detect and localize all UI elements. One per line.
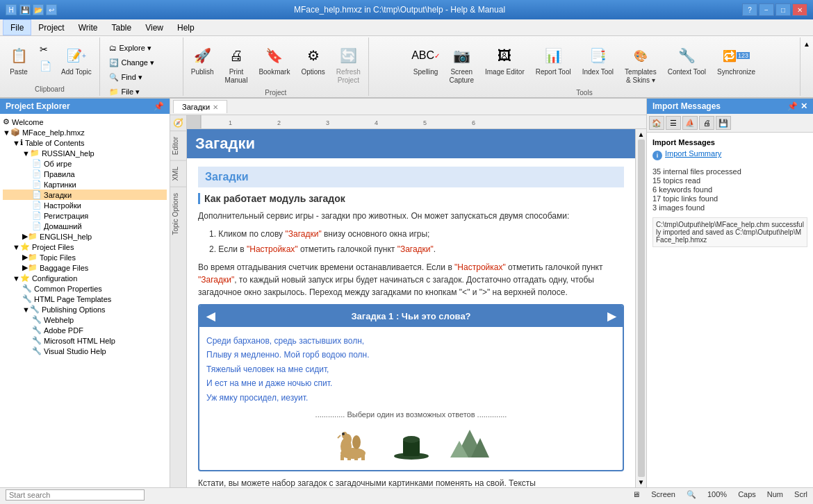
index-tool-button[interactable]: 📑 Index Tool xyxy=(577,42,618,79)
cut-button[interactable]: ✂ xyxy=(36,42,55,57)
sidebar-item-english[interactable]: ▶ 📁 ENGLISH_help xyxy=(3,231,167,242)
prev-puzzle-btn[interactable]: ◀ xyxy=(206,310,215,323)
sidebar-item-registraciya[interactable]: 📄 Регистрация xyxy=(3,210,167,221)
menu-table[interactable]: Table xyxy=(104,19,138,35)
import-pin-icon[interactable]: 📌 xyxy=(787,101,798,111)
context-tool-button[interactable]: 🔧 Context Tool xyxy=(663,42,711,79)
puzzle-image-hat[interactable] xyxy=(389,426,434,460)
import-save-btn[interactable]: 💾 xyxy=(716,116,731,130)
sidebar-item-ob-igre[interactable]: 📄 Об игре xyxy=(3,158,167,169)
puzzle-image-mountains[interactable] xyxy=(447,426,492,460)
puzzle-image-camel[interactable] xyxy=(331,426,375,460)
sidebar-item-pravila[interactable]: 📄 Правила xyxy=(3,169,167,179)
spelling-button[interactable]: ABC✓ Spelling xyxy=(409,42,443,79)
file-button[interactable]: 📁 File ▾ xyxy=(106,85,143,99)
templates-skins-button[interactable]: 🎨 Templates& Skins ▾ xyxy=(620,42,662,87)
sidebar-item-common-props[interactable]: 🔧 Common Properties xyxy=(3,283,167,294)
scroll-thumb[interactable] xyxy=(638,140,645,477)
quick-access-open[interactable]: 📂 xyxy=(33,4,44,15)
sidebar-item-russian[interactable]: ▼ 📁 RUSSIAN_help xyxy=(3,148,167,158)
add-topic-button[interactable]: 📝+ Add Topic xyxy=(56,42,97,79)
menu-write[interactable]: Write xyxy=(72,19,105,35)
sidebar-item-webhelp[interactable]: 🔧 Webhelp xyxy=(3,314,167,325)
expand-tf-icon: ▶ xyxy=(22,253,28,262)
scroll-up-btn[interactable]: ▲ xyxy=(638,131,645,138)
screen-capture-button[interactable]: 📷 ScreenCapture xyxy=(444,42,479,87)
svg-text:1: 1 xyxy=(229,119,232,126)
adobe-pdf-label: Adobe PDF xyxy=(44,326,83,335)
navigation-icon[interactable]: 🧭 xyxy=(170,115,186,131)
import-home-btn[interactable]: 🏠 xyxy=(649,116,664,130)
sidebar-item-domashij[interactable]: 📄 Домашний xyxy=(3,221,167,231)
menu-project[interactable]: Project xyxy=(31,19,71,35)
tab-close-icon[interactable]: ✕ xyxy=(213,103,218,111)
ribbon-collapse-button[interactable]: ▲ xyxy=(803,40,810,48)
print-manual-button[interactable]: 🖨 PrintManual xyxy=(220,42,253,87)
report-tool-button[interactable]: 📊 Report Tool xyxy=(531,42,576,79)
sidebar-item-publishing-options[interactable]: ▼ 🔧 Publishing Options xyxy=(3,304,167,314)
sidebar-item-toc[interactable]: ▼ ℹ Table of Contents xyxy=(3,137,167,148)
close-btn[interactable]: ✕ xyxy=(792,3,807,16)
ribbon: 📋 Paste ✂ 📄 📝+ Add Topic Clipboard 🗂 Exp… xyxy=(0,36,813,99)
help-btn[interactable]: ? xyxy=(742,3,757,16)
sidebar-content[interactable]: ⚙ Welcome ▼ 📦 MFace_help.hmxz ▼ ℹ Table … xyxy=(0,114,170,487)
copy-button[interactable]: 📄 xyxy=(36,58,55,74)
synchronize-button[interactable]: 🔁123 Synchronize xyxy=(712,42,760,79)
image-editor-button[interactable]: 🖼 Image Editor xyxy=(480,42,529,79)
menu-file[interactable]: File xyxy=(3,19,31,35)
sidebar-item-adobe-pdf[interactable]: 🔧 Adobe PDF xyxy=(3,325,167,335)
import-close-icon[interactable]: ✕ xyxy=(800,101,807,111)
import-summary-link[interactable]: Import Summary xyxy=(665,149,721,158)
scrl-indicator: Scrl xyxy=(794,490,807,499)
scroll-down-btn[interactable]: ▼ xyxy=(638,478,645,486)
sidebar-item-nastrojki[interactable]: 📄 Настройки xyxy=(3,200,167,210)
document-content[interactable]: Загадки Загадки Как работает модуль зага… xyxy=(187,129,635,487)
sidebar-item-html-templates[interactable]: 🔧 HTML Page Templates xyxy=(3,294,167,304)
how-it-works-heading: Как работает модуль загадок xyxy=(198,193,624,204)
refresh-project-button[interactable]: 🔄 RefreshProject xyxy=(331,42,366,87)
menu-help[interactable]: Help xyxy=(170,19,202,35)
sidebar-item-welcome[interactable]: ⚙ Welcome xyxy=(3,117,167,127)
maximize-btn[interactable]: □ xyxy=(775,3,791,16)
quick-access-undo[interactable]: ↩ xyxy=(46,4,57,15)
expand-russian-icon: ▼ xyxy=(22,149,30,158)
screen-capture-icon: 📷 xyxy=(450,44,473,67)
sidebar-item-baggage-files[interactable]: ▶ 📁 Baggage Files xyxy=(3,262,167,273)
sidebar-item-project-files[interactable]: ▼ ⭐ Project Files xyxy=(3,242,167,252)
sidebar-item-zagadki[interactable]: 📄 Загадки xyxy=(3,190,167,200)
editor-tool-btn[interactable]: Editor xyxy=(170,131,186,160)
import-nav-btn[interactable]: ⛵ xyxy=(682,116,698,130)
sidebar-item-vs-help[interactable]: 🔧 Visual Studio Help xyxy=(3,346,167,356)
search-input[interactable] xyxy=(6,489,145,501)
explore-button[interactable]: 🗂 Explore ▾ xyxy=(106,42,154,55)
tab-zagadki[interactable]: Загадки ✕ xyxy=(173,100,227,113)
left-tools: 🧭 Editor XML Topic Options xyxy=(170,115,187,487)
next-puzzle-btn[interactable]: ▶ xyxy=(607,310,616,323)
vertical-scrollbar[interactable]: ▲ ▼ xyxy=(635,129,646,487)
sidebar-pin-icon[interactable]: 📌 xyxy=(154,101,164,111)
xml-tool-btn[interactable]: XML xyxy=(170,160,186,187)
ruler: 1 2 3 4 5 6 xyxy=(187,115,646,129)
svg-text:4: 4 xyxy=(375,119,378,126)
import-print-btn[interactable]: 🖨 xyxy=(699,116,714,130)
sidebar-item-kartinki[interactable]: 📄 Картинки xyxy=(3,179,167,190)
options-button[interactable]: ⚙ Options xyxy=(296,42,329,79)
sidebar-item-topic-files[interactable]: ▶ 📁 Topic Files xyxy=(3,252,167,262)
sidebar-item-project-file[interactable]: ▼ 📦 MFace_help.hmxz xyxy=(3,127,167,137)
paste-button[interactable]: 📋 Paste xyxy=(3,42,35,79)
find-button[interactable]: 🔍 Find ▾ xyxy=(106,71,146,84)
import-messages-panel: Import Messages 📌 ✕ 🏠 ☰ ⛵ 🖨 💾 Import Mes… xyxy=(646,99,813,487)
topic-options-btn[interactable]: Topic Options xyxy=(170,187,186,241)
import-list-btn[interactable]: ☰ xyxy=(666,116,681,130)
minimize-btn[interactable]: − xyxy=(759,3,774,16)
quick-access-save[interactable]: 💾 xyxy=(19,4,31,15)
menu-view[interactable]: View xyxy=(138,19,170,35)
spelling-icon: ABC✓ xyxy=(415,44,437,67)
svg-text:6: 6 xyxy=(472,119,475,126)
project-explorer: Project Explorer 📌 ⚙ Welcome ▼ 📦 MFace_h… xyxy=(0,99,170,487)
sidebar-item-ms-html-help[interactable]: 🔧 Microsoft HTML Help xyxy=(3,335,167,346)
sidebar-item-configuration[interactable]: ▼ ⭐ Configuration xyxy=(3,273,167,283)
change-button[interactable]: 🔄 Change ▾ xyxy=(106,56,158,69)
publish-button[interactable]: 🚀 Publish xyxy=(186,42,219,79)
bookmark-button[interactable]: 🔖 Bookmark xyxy=(254,42,295,79)
